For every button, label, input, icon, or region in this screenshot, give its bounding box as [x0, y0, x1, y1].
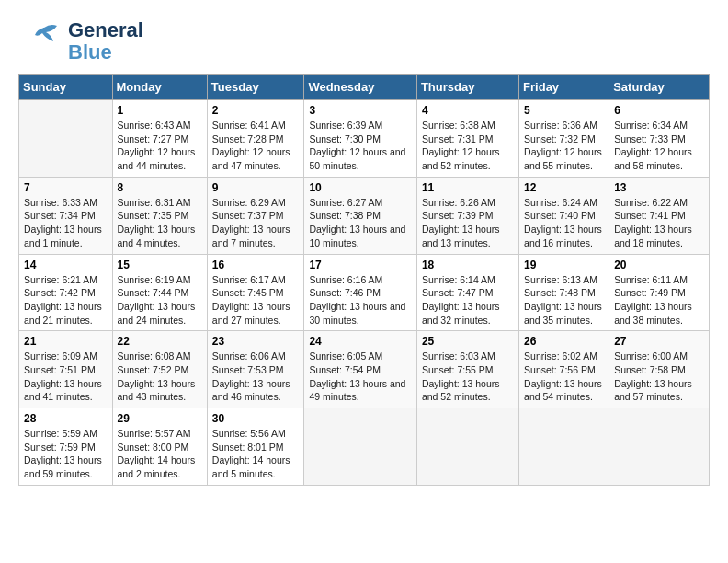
day-content: Sunrise: 6:09 AM Sunset: 7:51 PM Dayligh…: [24, 350, 108, 404]
day-number: 16: [212, 259, 300, 271]
day-number: 18: [422, 259, 514, 271]
calendar-cell: 18Sunrise: 6:14 AM Sunset: 7:47 PM Dayli…: [416, 254, 518, 331]
day-content: Sunrise: 6:36 AM Sunset: 7:32 PM Dayligh…: [524, 119, 604, 173]
day-content: Sunrise: 5:59 AM Sunset: 7:59 PM Dayligh…: [24, 427, 108, 481]
day-number: 19: [524, 259, 604, 271]
calendar-cell: 3Sunrise: 6:39 AM Sunset: 7:30 PM Daylig…: [304, 100, 417, 178]
weekday-header-wednesday: Wednesday: [304, 75, 417, 100]
day-number: 22: [118, 335, 202, 348]
day-number: 2: [212, 104, 300, 117]
day-content: Sunrise: 5:57 AM Sunset: 8:00 PM Dayligh…: [118, 427, 202, 481]
day-content: Sunrise: 6:29 AM Sunset: 7:37 PM Dayligh…: [212, 196, 300, 250]
day-content: Sunrise: 6:03 AM Sunset: 7:55 PM Dayligh…: [422, 350, 514, 404]
day-content: Sunrise: 6:31 AM Sunset: 7:35 PM Dayligh…: [118, 196, 202, 250]
day-content: Sunrise: 6:16 AM Sunset: 7:46 PM Dayligh…: [309, 273, 412, 327]
calendar-cell: [304, 408, 417, 486]
day-content: Sunrise: 6:14 AM Sunset: 7:47 PM Dayligh…: [422, 273, 514, 327]
calendar-cell: 24Sunrise: 6:05 AM Sunset: 7:54 PM Dayli…: [304, 331, 417, 408]
day-number: 23: [212, 335, 300, 348]
calendar-week-row: 7Sunrise: 6:33 AM Sunset: 7:34 PM Daylig…: [19, 177, 710, 254]
calendar-cell: 29Sunrise: 5:57 AM Sunset: 8:00 PM Dayli…: [112, 408, 207, 486]
day-number: 27: [614, 335, 704, 348]
day-number: 20: [614, 259, 704, 271]
page-header: General Blue: [18, 18, 710, 64]
day-content: Sunrise: 6:02 AM Sunset: 7:56 PM Dayligh…: [524, 350, 604, 404]
calendar-cell: 16Sunrise: 6:17 AM Sunset: 7:45 PM Dayli…: [207, 254, 304, 331]
day-content: Sunrise: 6:06 AM Sunset: 7:53 PM Dayligh…: [212, 350, 300, 404]
calendar-cell: 20Sunrise: 6:11 AM Sunset: 7:49 PM Dayli…: [609, 254, 710, 331]
calendar-cell: 26Sunrise: 6:02 AM Sunset: 7:56 PM Dayli…: [519, 331, 609, 408]
day-content: Sunrise: 6:34 AM Sunset: 7:33 PM Dayligh…: [614, 119, 704, 173]
day-number: 11: [422, 181, 514, 194]
calendar-cell: 27Sunrise: 6:00 AM Sunset: 7:58 PM Dayli…: [609, 331, 710, 408]
calendar-cell: 13Sunrise: 6:22 AM Sunset: 7:41 PM Dayli…: [609, 177, 710, 254]
weekday-header-sunday: Sunday: [19, 75, 113, 100]
calendar-week-row: 14Sunrise: 6:21 AM Sunset: 7:42 PM Dayli…: [19, 254, 710, 331]
day-number: 9: [212, 181, 300, 194]
day-number: 6: [614, 104, 704, 117]
weekday-header-row: SundayMondayTuesdayWednesdayThursdayFrid…: [19, 75, 710, 100]
day-content: Sunrise: 6:11 AM Sunset: 7:49 PM Dayligh…: [614, 273, 704, 327]
day-content: Sunrise: 6:00 AM Sunset: 7:58 PM Dayligh…: [614, 350, 704, 404]
calendar-cell: 17Sunrise: 6:16 AM Sunset: 7:46 PM Dayli…: [304, 254, 417, 331]
calendar-cell: [416, 408, 518, 486]
calendar-cell: 8Sunrise: 6:31 AM Sunset: 7:35 PM Daylig…: [112, 177, 207, 254]
day-content: Sunrise: 6:41 AM Sunset: 7:28 PM Dayligh…: [212, 119, 300, 173]
calendar-cell: 15Sunrise: 6:19 AM Sunset: 7:44 PM Dayli…: [112, 254, 207, 331]
calendar-cell: 7Sunrise: 6:33 AM Sunset: 7:34 PM Daylig…: [19, 177, 113, 254]
day-number: 28: [24, 412, 108, 425]
day-content: Sunrise: 6:05 AM Sunset: 7:54 PM Dayligh…: [309, 350, 412, 404]
day-number: 21: [24, 335, 108, 348]
calendar-cell: 4Sunrise: 6:38 AM Sunset: 7:31 PM Daylig…: [416, 100, 518, 178]
calendar-cell: 19Sunrise: 6:13 AM Sunset: 7:48 PM Dayli…: [519, 254, 609, 331]
calendar-cell: 25Sunrise: 6:03 AM Sunset: 7:55 PM Dayli…: [416, 331, 518, 408]
weekday-header-friday: Friday: [519, 75, 609, 100]
day-content: Sunrise: 6:17 AM Sunset: 7:45 PM Dayligh…: [212, 273, 300, 327]
day-number: 30: [212, 412, 300, 425]
day-number: 29: [118, 412, 202, 425]
day-number: 24: [309, 335, 412, 348]
calendar-cell: 28Sunrise: 5:59 AM Sunset: 7:59 PM Dayli…: [19, 408, 113, 486]
day-number: 13: [614, 181, 704, 194]
day-number: 7: [24, 181, 108, 194]
day-number: 1: [118, 104, 202, 117]
calendar-cell: 9Sunrise: 6:29 AM Sunset: 7:37 PM Daylig…: [207, 177, 304, 254]
day-number: 8: [118, 181, 202, 194]
day-content: Sunrise: 6:08 AM Sunset: 7:52 PM Dayligh…: [118, 350, 202, 404]
calendar-cell: [609, 408, 710, 486]
day-number: 14: [24, 259, 108, 271]
day-number: 17: [309, 259, 412, 271]
calendar-cell: 12Sunrise: 6:24 AM Sunset: 7:40 PM Dayli…: [519, 177, 609, 254]
weekday-header-saturday: Saturday: [609, 75, 710, 100]
logo-blue: Blue: [68, 41, 143, 63]
calendar-cell: 21Sunrise: 6:09 AM Sunset: 7:51 PM Dayli…: [19, 331, 113, 408]
day-content: Sunrise: 6:26 AM Sunset: 7:39 PM Dayligh…: [422, 196, 514, 250]
day-content: Sunrise: 6:38 AM Sunset: 7:31 PM Dayligh…: [422, 119, 514, 173]
day-number: 26: [524, 335, 604, 348]
calendar-cell: 2Sunrise: 6:41 AM Sunset: 7:28 PM Daylig…: [207, 100, 304, 178]
calendar-cell: [519, 408, 609, 486]
day-content: Sunrise: 6:27 AM Sunset: 7:38 PM Dayligh…: [309, 196, 412, 250]
calendar-cell: 1Sunrise: 6:43 AM Sunset: 7:27 PM Daylig…: [112, 100, 207, 178]
day-content: Sunrise: 6:21 AM Sunset: 7:42 PM Dayligh…: [24, 273, 108, 327]
calendar-cell: 22Sunrise: 6:08 AM Sunset: 7:52 PM Dayli…: [112, 331, 207, 408]
calendar-cell: 30Sunrise: 5:56 AM Sunset: 8:01 PM Dayli…: [207, 408, 304, 486]
calendar-cell: 14Sunrise: 6:21 AM Sunset: 7:42 PM Dayli…: [19, 254, 113, 331]
weekday-header-tuesday: Tuesday: [207, 75, 304, 100]
logo-general: General: [68, 19, 143, 41]
calendar-cell: 10Sunrise: 6:27 AM Sunset: 7:38 PM Dayli…: [304, 177, 417, 254]
logo: General Blue: [18, 18, 143, 64]
day-content: Sunrise: 6:33 AM Sunset: 7:34 PM Dayligh…: [24, 196, 108, 250]
day-content: Sunrise: 6:24 AM Sunset: 7:40 PM Dayligh…: [524, 196, 604, 250]
calendar-table: SundayMondayTuesdayWednesdayThursdayFrid…: [18, 74, 710, 486]
day-number: 4: [422, 104, 514, 117]
day-content: Sunrise: 6:39 AM Sunset: 7:30 PM Dayligh…: [309, 119, 412, 173]
day-number: 3: [309, 104, 412, 117]
calendar-cell: [19, 100, 113, 178]
calendar-week-row: 28Sunrise: 5:59 AM Sunset: 7:59 PM Dayli…: [19, 408, 710, 486]
calendar-week-row: 21Sunrise: 6:09 AM Sunset: 7:51 PM Dayli…: [19, 331, 710, 408]
weekday-header-thursday: Thursday: [416, 75, 518, 100]
calendar-cell: 11Sunrise: 6:26 AM Sunset: 7:39 PM Dayli…: [416, 177, 518, 254]
day-content: Sunrise: 6:13 AM Sunset: 7:48 PM Dayligh…: [524, 273, 604, 327]
calendar-cell: 5Sunrise: 6:36 AM Sunset: 7:32 PM Daylig…: [519, 100, 609, 178]
